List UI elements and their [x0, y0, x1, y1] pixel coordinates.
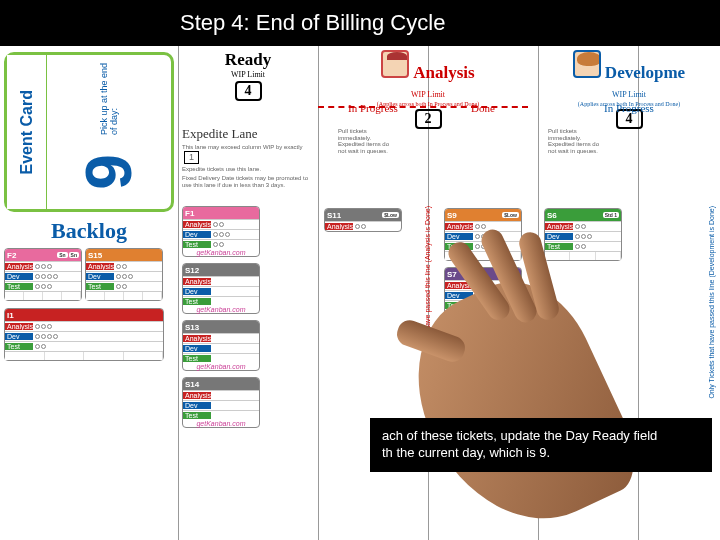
ticket-s15[interactable]: S15 Analysis Dev Test	[85, 248, 163, 301]
ticket-s14[interactable]: S14 Analysis Dev Test getKanban.com	[182, 377, 260, 428]
avatar-analyst-icon	[381, 50, 409, 78]
backlog-tickets: F2SnSn Analysis Dev Test S15 Analysis De…	[4, 248, 174, 365]
analysis-done-vert-label: When Tickets that have passed this line …	[424, 206, 431, 387]
ticket-s11[interactable]: S11$Low Analysis	[324, 208, 402, 232]
event-card-label: Event Card	[18, 90, 36, 174]
ticket-s6[interactable]: S6Std 1 Analysis Dev Test	[544, 208, 622, 261]
caption: ach of these tickets, update the Day Rea…	[370, 418, 712, 472]
expedite-lane: Expedite Lane This lane may exceed colum…	[182, 126, 312, 190]
ticket-i1[interactable]: I1 Analysis Dev Test	[4, 308, 164, 361]
expedite-note-dev: Pull tickets immediately. Expedited item…	[548, 128, 608, 154]
dev-in-progress-label: In Progress	[538, 98, 720, 114]
dev-title: Developme	[605, 63, 685, 82]
ticket-s12[interactable]: S12 Analysis Dev Test getKanban.com	[182, 263, 260, 314]
ready-wip-label: WIP Limit	[180, 70, 316, 79]
event-card-subtext: Pick up at the end of day:	[99, 55, 119, 135]
event-card-number: 9	[72, 154, 146, 190]
left-sidebar: Event Card Pick up at the end of day: 9 …	[0, 46, 178, 540]
ticket-s10[interactable]: S10$High	[444, 326, 522, 340]
caption-line2: th the current day, which is 9.	[382, 445, 550, 460]
ready-title: Ready	[180, 50, 316, 70]
ticket-s13[interactable]: S13 Analysis Dev Test getKanban.com	[182, 320, 260, 371]
ticket-s9[interactable]: S9$Low Analysis Dev Test 8	[444, 208, 522, 261]
event-card[interactable]: Event Card Pick up at the end of day: 9	[4, 52, 174, 212]
backlog-area: Backlog F2SnSn Analysis Dev Test S15 Ana…	[4, 218, 174, 534]
header-bar: Step 4: End of Billing Cycle	[0, 0, 720, 46]
ticket-f1[interactable]: F1 Analysis Dev Test getKanban.com	[182, 206, 260, 257]
analysis-title: Analysis	[413, 63, 474, 82]
expedite-note-analysis: Pull tickets immediately. Expedited item…	[338, 128, 398, 154]
ticket-s7[interactable]: S7$High Analysis Dev Test 9	[444, 267, 522, 320]
ticket-f2[interactable]: F2SnSn Analysis Dev Test	[4, 248, 82, 301]
analysis-done-label: Done	[428, 98, 538, 114]
dev-done-vert-label: Only Tickets that have passed this line …	[708, 206, 715, 399]
expedite-title: Expedite Lane	[182, 126, 312, 142]
ready-wip: 4	[235, 81, 262, 101]
analysis-in-progress-label: In Progress	[318, 98, 428, 114]
backlog-title: Backlog	[4, 218, 174, 244]
caption-line1: ach of these tickets, update the Day Rea…	[382, 428, 657, 443]
avatar-developer-icon	[573, 50, 601, 78]
column-ready: Ready WIP Limit 4 Expedite Lane This lan…	[178, 46, 318, 540]
page-title: Step 4: End of Billing Cycle	[180, 10, 445, 36]
